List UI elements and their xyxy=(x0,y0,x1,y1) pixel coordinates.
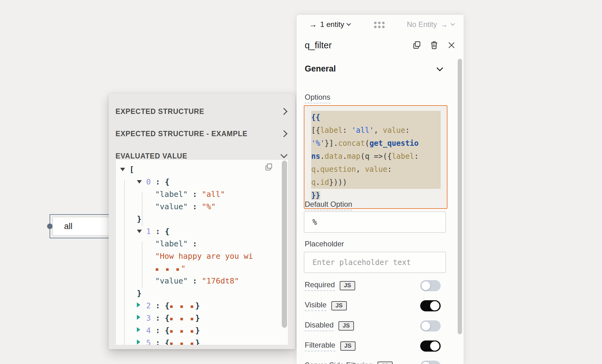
js-badge[interactable]: JS xyxy=(377,362,393,364)
code-line: q.id}))) xyxy=(311,176,441,189)
expand-triangle-icon[interactable] xyxy=(137,325,146,337)
arrow-right-icon: → xyxy=(440,20,448,28)
tree-row: "How happy are you wi xyxy=(116,250,280,262)
tree-token: } xyxy=(195,301,200,310)
code-token: (q =>({ xyxy=(360,152,392,161)
code-token: . xyxy=(320,152,325,161)
default-option-input[interactable] xyxy=(304,211,446,233)
popup-section-expected-structure[interactable]: EXPECTED STRUCTURE xyxy=(116,102,289,121)
expand-triangle-icon[interactable] xyxy=(137,312,146,325)
tree-token: "176dt8" xyxy=(202,276,239,285)
placeholder-input[interactable] xyxy=(304,252,446,273)
code-token: question xyxy=(320,165,356,174)
code-token: }]. xyxy=(325,139,338,148)
selection-handle[interactable] xyxy=(47,223,53,229)
tree-row: } xyxy=(116,213,280,225)
placeholder-label: Placeholder xyxy=(305,240,344,248)
code-token: . xyxy=(342,152,347,161)
collapse-triangle-icon[interactable] xyxy=(137,176,146,188)
popup-section-label: EVALUATED VALUE xyxy=(116,152,187,160)
json-tree: [0 : {"label" : "all""value" : "%"}1 : {… xyxy=(116,163,280,345)
toggle-label: Filterable xyxy=(305,341,335,351)
toggle-label: Disabled xyxy=(305,321,334,331)
component-header: q_filter xyxy=(305,35,456,55)
js-badge[interactable]: JS xyxy=(340,281,355,290)
tree-row: 5 : {▪ ▪ ▪} xyxy=(116,337,280,345)
tree-token: } xyxy=(137,289,142,298)
outgoing-entity-label: No Entity xyxy=(407,20,437,29)
chevron-down-icon xyxy=(281,151,288,158)
tree-token: : xyxy=(188,202,202,211)
tree-token: ▪ ▪ ▪ xyxy=(155,265,181,273)
tree-row: ▪ ▪ ▪" xyxy=(116,262,280,275)
tree-token: { xyxy=(165,301,169,310)
app-canvas: all EXPECTED STRUCTUREEXPECTED STRUCTURE… xyxy=(0,0,602,364)
evaluation-popup: EXPECTED STRUCTUREEXPECTED STRUCTURE - E… xyxy=(109,93,295,349)
code-token: , xyxy=(356,165,365,174)
tree-row: "label" : xyxy=(116,238,280,250)
expand-triangle-icon[interactable] xyxy=(137,300,146,312)
code-token: , xyxy=(374,126,383,135)
toggle-switch-visible[interactable] xyxy=(420,300,441,311)
toggle-switch-required[interactable] xyxy=(420,280,441,291)
options-code-editor[interactable]: {{[{label: 'all', value:'%'}].concat(get… xyxy=(304,105,447,209)
toggle-label: Visible xyxy=(305,301,326,311)
code-token: label xyxy=(320,126,342,135)
tree-row: 4 : {▪ ▪ ▪} xyxy=(116,324,280,337)
duplicate-icon[interactable] xyxy=(412,41,421,50)
code-line: '%'}].concat(get_questio xyxy=(311,137,441,150)
tree-token: { xyxy=(165,326,169,335)
code-token: : xyxy=(405,126,409,135)
js-badge[interactable]: JS xyxy=(338,321,354,331)
incoming-entity-selector[interactable]: → 1 entity xyxy=(309,15,350,34)
toggle-switch-filterable[interactable] xyxy=(420,340,441,352)
section-header-general[interactable]: General xyxy=(305,61,441,77)
toggle-switch-disabled[interactable] xyxy=(420,320,441,332)
toggle-row-visible: VisibleJS xyxy=(305,296,441,315)
tree-token: 0 xyxy=(146,177,151,186)
tree-token: 3 xyxy=(146,314,151,323)
expand-triangle-icon[interactable] xyxy=(137,337,146,345)
code-token: id xyxy=(320,178,329,187)
js-badge[interactable]: JS xyxy=(331,301,347,310)
chevron-down-icon xyxy=(437,65,443,71)
toggle-label: Server-Side Filtering xyxy=(305,361,373,364)
panel-scrollbar-thumb[interactable] xyxy=(458,59,462,334)
tree-row: "value" : "%" xyxy=(116,201,280,213)
tree-token: : xyxy=(151,338,165,345)
tree-token: " xyxy=(181,264,185,273)
collapse-triangle-icon[interactable] xyxy=(137,226,146,238)
copy-value-icon[interactable] xyxy=(264,163,273,171)
popup-section-expected-structure-example[interactable]: EXPECTED STRUCTURE - EXAMPLE xyxy=(116,124,289,143)
tree-token: "value" xyxy=(155,202,188,211)
outgoing-entity-selector[interactable]: No Entity → xyxy=(407,15,454,34)
tree-token: : xyxy=(151,301,165,310)
delete-icon[interactable] xyxy=(430,41,439,50)
code-token: concat xyxy=(338,139,365,148)
toggle-row-required: RequiredJS xyxy=(305,276,441,295)
component-name: q_filter xyxy=(305,40,404,50)
popup-section-label: EXPECTED STRUCTURE - EXAMPLE xyxy=(116,130,247,138)
tree-row: "value" : "176dt8" xyxy=(116,275,280,287)
code-token: get_questio xyxy=(369,139,419,148)
code-token: . xyxy=(316,165,320,174)
code-token: value xyxy=(365,165,387,174)
tree-row: } xyxy=(116,287,280,300)
close-icon[interactable] xyxy=(447,41,456,50)
incoming-entity-label: 1 entity xyxy=(320,20,344,29)
tree-token: "label" xyxy=(155,239,188,248)
code-line: {{ xyxy=(311,111,441,124)
tree-token: "How happy are you wi xyxy=(155,252,253,261)
json-scrollbar-thumb[interactable] xyxy=(282,161,287,328)
collapse-triangle-icon[interactable] xyxy=(120,164,129,176)
toggle-switch-server-side-filtering[interactable] xyxy=(420,361,441,364)
tree-token: } xyxy=(195,326,200,335)
default-option-label: Default Option xyxy=(305,200,352,210)
code-token: : xyxy=(387,165,392,174)
js-badge[interactable]: JS xyxy=(340,341,356,351)
code-token: q xyxy=(311,165,316,174)
grid-dots-icon[interactable] xyxy=(374,22,385,28)
tree-token: [ xyxy=(129,165,134,174)
code-token: }))) xyxy=(329,178,347,187)
code-line: ns.data.map(q =>({label: xyxy=(311,150,441,163)
